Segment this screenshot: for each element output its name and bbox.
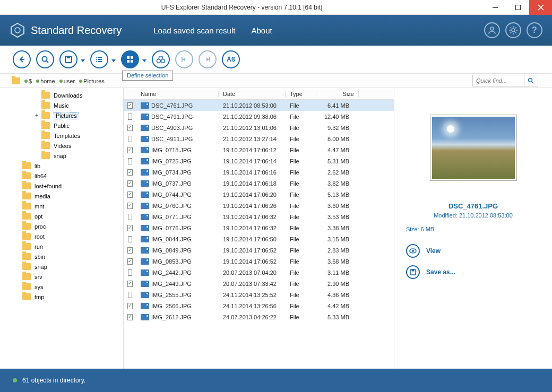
quick-find-button[interactable] <box>524 75 537 86</box>
save-button[interactable] <box>59 50 77 68</box>
breadcrumb-item[interactable]: $ <box>24 78 32 84</box>
tree-item[interactable]: Downloads <box>0 90 123 100</box>
table-row[interactable]: ✓IMG_0744.JPG19.10.2014 17:06:20File5.13… <box>124 189 394 200</box>
row-checkbox[interactable] <box>128 236 132 242</box>
file-list-body[interactable]: ✓DSC_4761.JPG21.10.2012 08:53:00File6.41… <box>124 100 394 369</box>
tree-item[interactable]: snap <box>0 151 123 161</box>
tree-item[interactable]: lost+found <box>0 181 123 191</box>
tree-item[interactable]: sbin <box>0 251 123 262</box>
tree-item[interactable]: lib <box>0 161 123 171</box>
table-row[interactable]: ✓IMG_0853.JPG19.10.2014 17:06:52File3.68… <box>124 256 394 267</box>
tree-item[interactable]: sys <box>0 282 123 292</box>
table-row[interactable]: IMG_0771.JPG19.10.2014 17:06:32File3.53 … <box>124 211 394 222</box>
breadcrumb-item[interactable]: Pictures <box>79 78 105 84</box>
row-checkbox[interactable]: ✓ <box>127 225 133 231</box>
help-icon[interactable]: ? <box>527 22 542 38</box>
row-checkbox[interactable] <box>128 269 132 276</box>
table-row[interactable]: ✓DSC_4903.JPG21.10.2012 13:01:06File9.32… <box>124 122 394 133</box>
tree-twisty-icon[interactable]: + <box>34 112 39 118</box>
status-bar: 61 objects in directory. <box>0 369 552 392</box>
file-size: 3.53 MB <box>316 214 359 220</box>
next-button[interactable] <box>199 50 217 68</box>
row-checkbox[interactable]: ✓ <box>127 180 133 187</box>
tree-item[interactable]: srv <box>0 272 123 282</box>
tree-item[interactable]: +Pictures <box>0 110 123 120</box>
back-button[interactable] <box>13 50 31 68</box>
table-row[interactable]: DSC_4911.JPG21.10.2012 13:27:14File8.00 … <box>124 133 394 144</box>
tree-item[interactable]: snap <box>0 262 123 272</box>
define-selection-button[interactable]: Define selection <box>121 50 139 68</box>
table-row[interactable]: ✓IMG_0849.JPG19.10.2014 17:06:52File2.83… <box>124 245 394 256</box>
row-checkbox[interactable]: ✓ <box>127 303 133 309</box>
list-dropdown[interactable] <box>108 55 116 64</box>
row-checkbox[interactable] <box>128 292 132 298</box>
table-row[interactable]: ✓IMG_0734.JPG19.10.2014 17:06:16File2.62… <box>124 167 394 178</box>
row-checkbox[interactable]: ✓ <box>127 102 133 109</box>
maximize-button[interactable] <box>506 0 529 15</box>
tree-item[interactable]: Public <box>0 120 123 130</box>
menu-load-scan[interactable]: Load saved scan result <box>153 26 235 35</box>
table-row[interactable]: ✓DSC_4761.JPG21.10.2012 08:53:00File6.41… <box>124 100 394 111</box>
folder-tree[interactable]: DownloadsMusic+PicturesPublicTemplatesVi… <box>0 88 124 369</box>
breadcrumb-item[interactable]: user <box>59 78 75 84</box>
table-row[interactable]: ✓IMG_0718.JPG19.10.2014 17:06:12File4.47… <box>124 144 394 155</box>
save-dropdown[interactable] <box>77 55 85 64</box>
tree-item[interactable]: lib64 <box>0 171 123 181</box>
list-button[interactable] <box>90 50 108 68</box>
row-checkbox[interactable]: ✓ <box>127 247 133 254</box>
search-button[interactable] <box>36 50 54 68</box>
saveas-button[interactable]: Save as... <box>406 265 455 279</box>
folder-icon <box>41 92 50 99</box>
tree-item[interactable]: opt <box>0 211 123 221</box>
col-name[interactable]: Name <box>136 91 219 97</box>
tree-item[interactable]: Templates <box>0 130 123 141</box>
tree-item[interactable]: mnt <box>0 201 123 211</box>
row-checkbox[interactable]: ✓ <box>127 169 133 176</box>
tree-item[interactable]: proc <box>0 221 123 231</box>
row-checkbox[interactable]: ✓ <box>127 147 133 153</box>
menu-about[interactable]: About <box>251 26 272 35</box>
row-checkbox[interactable] <box>128 214 132 220</box>
view-button[interactable]: View <box>406 244 455 258</box>
table-row[interactable]: ✓IMG_2566.JPG24.11.2014 13:26:56File4.42… <box>124 300 394 311</box>
close-button[interactable] <box>529 0 552 15</box>
tree-item[interactable]: root <box>0 231 123 241</box>
table-row[interactable]: ✓IMG_0760.JPG19.10.2014 17:06:26File3.60… <box>124 200 394 211</box>
row-checkbox[interactable]: ✓ <box>127 258 133 265</box>
table-row[interactable]: ✓IMG_0776.JPG19.10.2014 17:06:32File3.38… <box>124 222 394 233</box>
tree-item[interactable]: Videos <box>0 141 123 151</box>
row-checkbox[interactable]: ✓ <box>127 281 133 287</box>
encoding-button[interactable]: Äß <box>222 50 240 68</box>
tree-item[interactable]: Music <box>0 100 123 110</box>
user-icon[interactable] <box>484 22 500 38</box>
table-row[interactable]: ✓IMG_2449.JPG20.07.2013 07:33:42File2.90… <box>124 278 394 289</box>
prev-button[interactable] <box>175 50 193 68</box>
table-row[interactable]: IMG_2442.JPG20.07.2013 07:04:20File3.11 … <box>124 267 394 278</box>
gear-icon[interactable] <box>505 22 521 38</box>
binoculars-button[interactable] <box>152 50 170 68</box>
table-row[interactable]: IMG_0725.JPG19.10.2014 17:06:14File5.31 … <box>124 155 394 167</box>
breadcrumb-item[interactable]: home <box>36 78 55 84</box>
quick-find-input[interactable] <box>473 76 524 85</box>
selection-dropdown[interactable] <box>139 55 146 64</box>
minimize-button[interactable] <box>484 0 506 15</box>
row-checkbox[interactable] <box>128 114 132 120</box>
table-row[interactable]: DSC_4791.JPG21.10.2012 09:38:06File12.40… <box>124 111 394 122</box>
table-row[interactable]: IMG_2555.JPG24.11.2014 13:25:52File4.36 … <box>124 289 394 300</box>
table-row[interactable]: ✓IMG_2612.JPG24.07.2013 04:26:22File5.33… <box>124 311 394 323</box>
row-checkbox[interactable]: ✓ <box>127 191 133 198</box>
tree-item[interactable]: tmp <box>0 292 123 302</box>
row-checkbox[interactable]: ✓ <box>127 125 133 131</box>
row-checkbox[interactable]: ✓ <box>127 314 133 320</box>
col-size[interactable]: Size <box>316 91 359 97</box>
tree-item[interactable]: run <box>0 241 123 251</box>
table-row[interactable]: IMG_0844.JPG19.10.2014 17:06:50File3.15 … <box>124 233 394 245</box>
row-checkbox[interactable]: ✓ <box>127 203 133 209</box>
row-checkbox[interactable] <box>128 136 132 142</box>
col-type[interactable]: Type <box>286 91 316 97</box>
col-date[interactable]: Date <box>219 91 286 97</box>
row-checkbox[interactable] <box>128 158 132 164</box>
table-row[interactable]: ✓IMG_0737.JPG19.10.2014 17:06:18File3.82… <box>124 178 394 189</box>
tree-item[interactable]: media <box>0 191 123 201</box>
folder-icon <box>22 273 31 280</box>
